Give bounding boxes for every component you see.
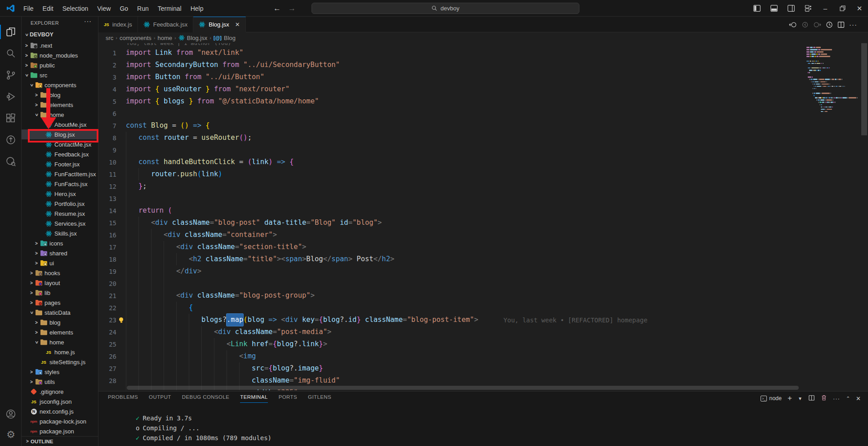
menu-file[interactable]: File [19, 3, 38, 14]
nav-forward-icon[interactable]: → [288, 4, 296, 13]
tree-item-src[interactable]: >src [22, 70, 98, 80]
code-line-20[interactable]: 20 [98, 277, 804, 290]
horizontal-scrollbar[interactable] [127, 386, 799, 390]
new-terminal-icon[interactable]: + [788, 394, 792, 403]
tree-item-layout[interactable]: >layout [22, 278, 98, 288]
code-line-15[interactable]: 15<div className="blog-post" data-title=… [98, 217, 804, 229]
menu-go[interactable]: Go [115, 3, 133, 14]
next-change-icon[interactable] [813, 21, 821, 28]
breadcrumb-item-home[interactable]: home [158, 35, 173, 41]
code-line-21[interactable]: 21<div className="blog-post-group"> [98, 290, 804, 302]
tree-item-blog[interactable]: >blog [22, 90, 98, 100]
tab-Feedback.jsx[interactable]: Feedback.jsx [138, 17, 194, 32]
tree-item-Resume.jsx[interactable]: Resume.jsx [22, 209, 98, 219]
menu-edit[interactable]: Edit [38, 3, 58, 14]
code-editor[interactable]: You, last week | 1 author (You) 1import … [98, 43, 804, 390]
lightbulb-icon[interactable] [119, 317, 123, 321]
tree-item-pages[interactable]: >pages [22, 298, 98, 308]
tree-item-lib[interactable]: >lib [22, 288, 98, 298]
tree-item-elements[interactable]: >elements [22, 100, 98, 110]
code-line-17[interactable]: 17<div className="section-title"> [98, 241, 804, 253]
customize-layout-icon[interactable] [800, 0, 817, 17]
tree-item-shared[interactable]: >shared [22, 248, 98, 258]
code-line-14[interactable]: 14return ( [98, 205, 804, 217]
panel-tab-output[interactable]: OUTPUT [149, 394, 171, 403]
maximize-panel-icon[interactable]: ⌃ [846, 396, 850, 401]
code-line-1[interactable]: 1import Link from "next/link" [98, 47, 804, 59]
tree-item-Portfolio.jsx[interactable]: Portfolio.jsx [22, 199, 98, 209]
panel-tab-problems[interactable]: PROBLEMS [108, 394, 138, 403]
tree-root-devboy[interactable]: > DEVBOY [22, 29, 98, 40]
window-close-button[interactable]: ✕ [851, 0, 868, 17]
activity-source-control[interactable] [0, 64, 22, 86]
code-line-3[interactable]: 3import Button from "../ui/Button" [98, 71, 804, 83]
timeline-icon[interactable] [826, 21, 833, 28]
kill-terminal-icon[interactable] [821, 394, 827, 402]
tree-item-AboutMe.jsx[interactable]: AboutMe.jsx [22, 120, 98, 129]
breadcrumb-item-src[interactable]: src [106, 35, 113, 41]
terminal-output[interactable]: ✓Ready in 3.7soCompiling / ...✓Compiled … [136, 413, 272, 443]
code-line-12[interactable]: 12}; [98, 180, 804, 192]
outline-section-header[interactable]: > OUTLINE [22, 436, 98, 446]
tree-item-hooks[interactable]: >hooks [22, 268, 98, 278]
tree-item-elements[interactable]: >elements [22, 327, 98, 337]
activity-extensions[interactable] [0, 107, 22, 129]
tree-item-ui[interactable]: >ui [22, 258, 98, 268]
tree-item-Skills.jsx[interactable]: Skills.jsx [22, 228, 98, 238]
tree-item-.next[interactable]: >.next [22, 40, 98, 50]
code-line-24[interactable]: 24<div className="post-media"> [98, 326, 804, 338]
tab-index.js[interactable]: JSindex.js [98, 17, 138, 32]
vertical-scrollbar[interactable] [861, 43, 867, 135]
tree-item-Services.jsx[interactable]: Services.jsx [22, 219, 98, 228]
panel-tab-terminal[interactable]: TERMINAL [240, 394, 267, 403]
tree-item-FunFacts.jsx[interactable]: FunFacts.jsx [22, 179, 98, 189]
tree-item-siteSettings.js[interactable]: JSsiteSettings.js [22, 357, 98, 367]
split-terminal-icon[interactable] [808, 395, 815, 402]
menu-help[interactable]: Help [186, 3, 208, 14]
tab-close-icon[interactable]: ✕ [235, 21, 240, 28]
launch-profile-chevron-icon[interactable]: ▼ [798, 396, 802, 401]
activity-settings[interactable]: ⚙ [0, 424, 22, 446]
nav-back-icon[interactable]: ← [273, 4, 281, 13]
activity-gitlens-inspect[interactable] [0, 151, 22, 172]
panel-tab-gitlens[interactable]: GITLENS [308, 394, 331, 403]
tree-item-jsconfig.json[interactable]: JSjsconfig.json [22, 397, 98, 406]
tab-Blog.jsx[interactable]: Blog.jsx✕ [193, 17, 245, 32]
code-line-22[interactable]: 22{ [98, 302, 804, 314]
minimap[interactable] [804, 43, 861, 376]
breadcrumb[interactable]: src›components›home›Blog.jsx›[@]Blog [98, 32, 868, 43]
more-actions-icon[interactable]: ··· [849, 21, 857, 28]
terminal-instance-chip[interactable]: >_ node [761, 395, 782, 401]
code-line-16[interactable]: 16<div className="container"> [98, 229, 804, 241]
activity-gitlens[interactable] [0, 129, 22, 151]
code-line-13[interactable]: 13 [98, 192, 804, 205]
tree-item-styles[interactable]: >styles [22, 367, 98, 377]
code-line-8[interactable]: 8const router = useRouter(); [98, 132, 804, 144]
toggle-secondary-sidebar-icon[interactable] [783, 0, 800, 17]
menu-selection[interactable]: Selection [58, 3, 93, 14]
panel-tab-debug-console[interactable]: DEBUG CONSOLE [182, 394, 230, 403]
tree-item-utils[interactable]: >utils [22, 377, 98, 387]
code-line-18[interactable]: 18<h2 className="title"><span>Blog</span… [98, 253, 804, 265]
code-line-7[interactable]: 7const Blog = () => { [98, 120, 804, 132]
tree-item-Hero.jsx[interactable]: Hero.jsx [22, 189, 98, 199]
code-line-4[interactable]: 4import { useRouter } from "next/router" [98, 83, 804, 95]
code-line-2[interactable]: 2import SecondaryButton from "../ui/Seco… [98, 59, 804, 71]
panel-more-actions-icon[interactable]: ··· [833, 395, 840, 402]
panel-tab-ports[interactable]: PORTS [279, 394, 297, 403]
tree-item-home.js[interactable]: JShome.js [22, 347, 98, 357]
codelens-clipped[interactable]: You, last week | 1 author (You) [98, 43, 804, 47]
tree-item-next.config.js[interactable]: Nnext.config.js [22, 406, 98, 416]
activity-search[interactable] [0, 43, 22, 64]
code-line-27[interactable]: 27src={blog?.image} [98, 362, 804, 375]
tree-item-public[interactable]: >public [22, 60, 98, 70]
explorer-more-actions-icon[interactable]: ··· [84, 18, 92, 25]
tree-item-home[interactable]: >home [22, 337, 98, 347]
tree-item-components[interactable]: >components [22, 80, 98, 90]
code-line-19[interactable]: 19</div> [98, 265, 804, 277]
tree-item-Feedback.jsx[interactable]: Feedback.jsx [22, 149, 98, 159]
code-line-23[interactable]: 23blogs?.map(blog => <div key={blog?.id}… [98, 314, 804, 326]
open-changes-icon[interactable] [789, 21, 797, 28]
command-center-search[interactable]: devboy [312, 3, 579, 14]
tree-item-package.json[interactable]: npmpackage.json [22, 426, 98, 436]
